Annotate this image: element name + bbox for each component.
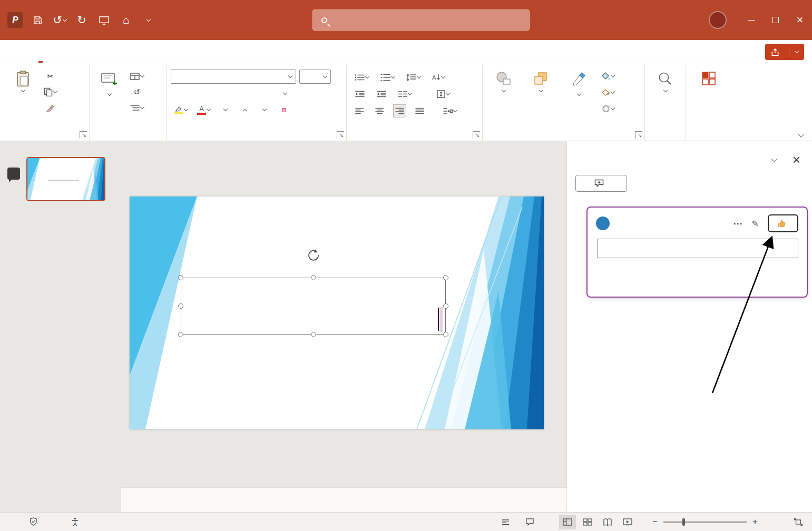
text-direction-button[interactable]: A xyxy=(431,71,446,84)
section-button[interactable] xyxy=(129,101,145,114)
change-case-button[interactable] xyxy=(218,103,231,116)
new-slide-button[interactable] xyxy=(94,66,124,98)
normal-view-button[interactable] xyxy=(559,515,576,529)
reset-slide-button[interactable]: ↺ xyxy=(129,85,145,99)
format-painter-button[interactable] xyxy=(42,101,58,114)
decrease-indent-button[interactable] xyxy=(353,87,366,101)
slide-sorter-button[interactable] xyxy=(579,515,596,529)
minimize-button[interactable] xyxy=(739,0,764,40)
tab-file[interactable] xyxy=(18,40,20,63)
home-button[interactable]: ⌂ xyxy=(118,9,134,31)
font-name-combo[interactable] xyxy=(171,70,296,84)
copy-button[interactable] xyxy=(42,85,58,99)
tab-home[interactable] xyxy=(40,40,42,63)
title-textbox[interactable] xyxy=(181,278,446,335)
font-size-combo[interactable] xyxy=(299,70,331,84)
edit-comment-button[interactable]: ✎ xyxy=(752,219,759,229)
arrange-button[interactable] xyxy=(524,66,557,92)
notes-area[interactable] xyxy=(121,487,566,512)
justify-button[interactable] xyxy=(413,104,426,117)
tab-insert[interactable] xyxy=(61,40,63,63)
highlight-color-button[interactable] xyxy=(173,103,189,116)
account-avatar[interactable] xyxy=(709,11,727,29)
search-box[interactable] xyxy=(312,9,530,31)
slide-title-text[interactable] xyxy=(438,307,443,332)
resize-handle-se[interactable] xyxy=(443,332,448,337)
tab-help[interactable] xyxy=(256,40,258,63)
resize-handle-n[interactable] xyxy=(311,275,316,280)
drawing-dialog-launcher[interactable]: ↘ xyxy=(635,131,642,139)
align-text-button[interactable] xyxy=(435,87,451,101)
shape-effects-button[interactable] xyxy=(600,102,616,115)
comment-badge[interactable] xyxy=(7,168,20,180)
share-button[interactable] xyxy=(765,44,804,60)
redo-button[interactable]: ↻ xyxy=(74,9,90,31)
undo-button[interactable]: ↺ xyxy=(52,9,67,31)
notes-toggle[interactable] xyxy=(501,518,514,526)
accessibility-button[interactable] xyxy=(71,517,83,526)
shape-fill-button[interactable] xyxy=(600,70,616,83)
slide-thumbnail[interactable] xyxy=(26,157,105,201)
resize-handle-w[interactable] xyxy=(178,303,183,309)
clear-formatting-button[interactable] xyxy=(277,103,290,116)
powerpoint-logo[interactable]: P xyxy=(7,12,23,28)
paragraph-dialog-launcher[interactable]: ↘ xyxy=(473,131,480,139)
fit-window-button[interactable] xyxy=(790,515,807,529)
zoom-slider[interactable] xyxy=(663,522,747,523)
maximize-button[interactable] xyxy=(764,0,788,40)
bullets-button[interactable] xyxy=(353,71,370,84)
character-spacing-button[interactable] xyxy=(278,87,291,100)
layout-button[interactable] xyxy=(129,70,145,83)
tab-transitions[interactable] xyxy=(126,40,128,63)
bold-button[interactable] xyxy=(175,87,188,100)
resize-handle-sw[interactable] xyxy=(178,332,183,337)
paste-button[interactable] xyxy=(7,66,38,92)
resize-handle-ne[interactable] xyxy=(443,275,448,280)
slide-canvas[interactable] xyxy=(130,196,544,429)
spellcheck-button[interactable] xyxy=(30,517,37,526)
tab-shape-format[interactable] xyxy=(277,40,279,63)
tab-design[interactable] xyxy=(104,40,106,63)
tab-animations[interactable] xyxy=(148,40,150,63)
quick-styles-button[interactable] xyxy=(562,66,595,98)
new-comment-button[interactable] xyxy=(575,175,627,192)
shape-outline-button[interactable] xyxy=(600,86,616,99)
decrease-font-button[interactable] xyxy=(257,103,270,116)
align-right-button[interactable] xyxy=(393,104,406,117)
convert-to-smartart-button[interactable] xyxy=(442,104,458,117)
zoom-in-button[interactable]: + xyxy=(751,517,759,527)
tab-record[interactable] xyxy=(191,40,193,63)
tab-review[interactable] xyxy=(212,40,214,63)
zoom-out-button[interactable]: − xyxy=(651,517,659,527)
like-button[interactable] xyxy=(768,214,798,232)
slideshow-view-button[interactable] xyxy=(619,515,636,529)
editing-button[interactable] xyxy=(649,66,681,92)
reading-view-button[interactable] xyxy=(599,515,616,529)
collapse-ribbon-chevron[interactable] xyxy=(798,131,805,137)
close-pane-button[interactable]: × xyxy=(793,153,800,166)
numbering-button[interactable] xyxy=(379,71,396,84)
tab-draw[interactable] xyxy=(83,40,85,63)
shapes-button[interactable] xyxy=(487,66,520,92)
save-button[interactable] xyxy=(30,9,45,31)
italic-button[interactable] xyxy=(195,87,209,100)
reply-input[interactable] xyxy=(597,239,798,258)
underline-button[interactable] xyxy=(216,87,229,100)
close-button[interactable]: × xyxy=(788,0,812,40)
slideshow-button[interactable] xyxy=(96,9,112,31)
resize-handle-nw[interactable] xyxy=(178,275,183,280)
comments-toggle[interactable] xyxy=(525,518,538,526)
addins-button[interactable] xyxy=(690,66,727,89)
tab-view[interactable] xyxy=(234,40,236,63)
zoom-slider-thumb[interactable] xyxy=(682,518,685,526)
resize-handle-e[interactable] xyxy=(443,303,448,309)
increase-indent-button[interactable] xyxy=(375,87,388,101)
collapse-pane-chevron[interactable] xyxy=(771,155,778,162)
text-shadow-button[interactable] xyxy=(237,87,250,100)
more-options-button[interactable]: ⋯ xyxy=(733,218,743,229)
tab-slide-show[interactable] xyxy=(169,40,171,63)
rotation-handle[interactable] xyxy=(306,248,321,262)
strikethrough-button[interactable] xyxy=(257,87,270,100)
resize-handle-s[interactable] xyxy=(311,332,316,337)
increase-font-button[interactable] xyxy=(238,103,251,116)
